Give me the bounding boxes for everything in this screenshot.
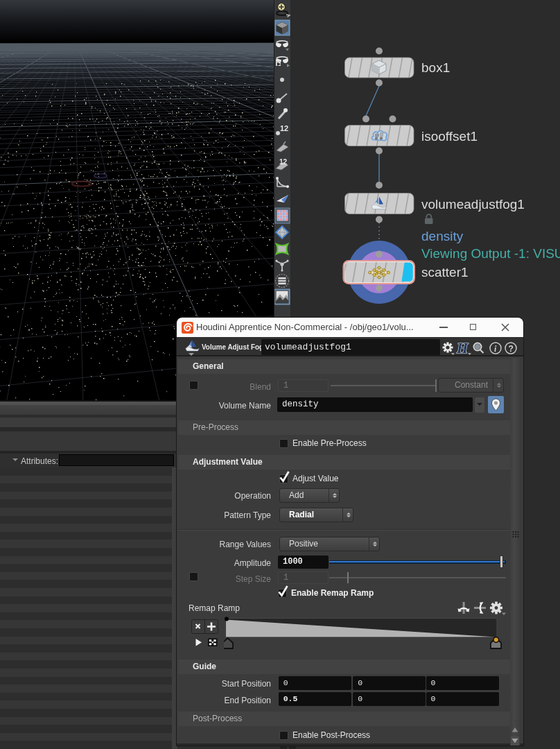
svg-text:isooffset1: isooffset1 bbox=[421, 129, 478, 144]
svg-text:12: 12 bbox=[279, 158, 288, 166]
svg-text:scatter1: scatter1 bbox=[421, 265, 469, 279]
svg-text:volumeadjustfog1: volumeadjustfog1 bbox=[421, 197, 525, 212]
svg-text:H: H bbox=[456, 341, 469, 355]
svg-text:?: ? bbox=[509, 344, 514, 354]
svg-text:i: i bbox=[494, 344, 497, 354]
svg-text:density: density bbox=[421, 229, 464, 243]
svg-text:Viewing Output -1: VISUA: Viewing Output -1: VISUA bbox=[421, 246, 560, 261]
svg-text:box1: box1 bbox=[421, 60, 450, 75]
svg-text:12: 12 bbox=[280, 124, 288, 132]
